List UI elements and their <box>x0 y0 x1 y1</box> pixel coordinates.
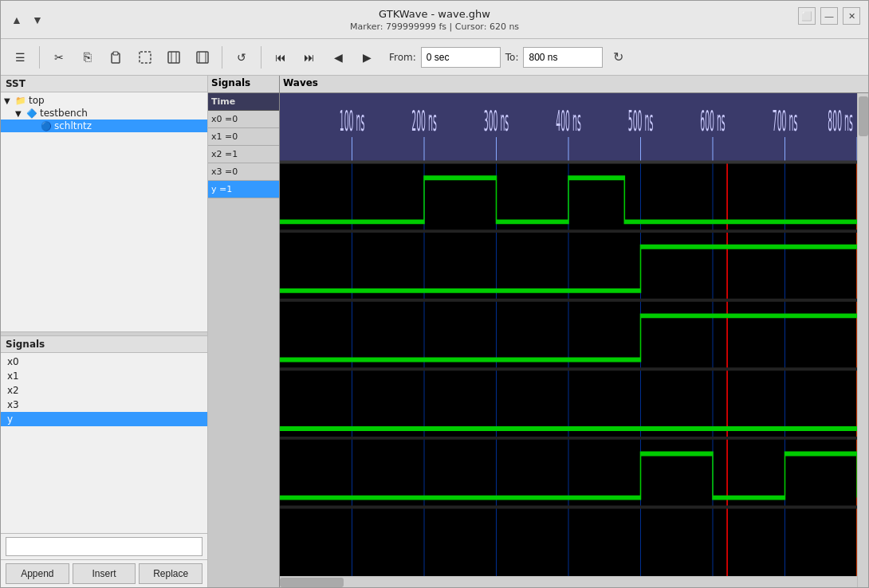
svg-rect-2 <box>140 52 151 63</box>
svg-text:600 ns: 600 ns <box>700 104 725 137</box>
sst-panel: SST ▼ 📁 top ▼ 🔷 testbench 🔵 <box>1 76 208 587</box>
bottom-buttons: Append Insert Replace <box>1 559 207 587</box>
x0-wave <box>280 178 857 221</box>
signal-item-y[interactable]: y <box>1 412 207 426</box>
signals-list[interactable]: x0 x1 x2 x3 y <box>1 353 207 533</box>
to-input[interactable] <box>523 47 603 68</box>
sep2 <box>222 46 222 69</box>
window-title: GTKWave - wave.ghw <box>379 8 490 20</box>
svg-text:200 ns: 200 ns <box>411 104 436 137</box>
signals-lower: Signals x0 x1 x2 x3 y Append Insert Repl… <box>1 336 207 587</box>
v-scrollbar[interactable] <box>857 93 868 587</box>
from-input[interactable] <box>421 47 501 68</box>
cut-btn[interactable]: ✂ <box>46 45 72 70</box>
zoom-fit-btn[interactable] <box>161 45 187 70</box>
waves-svg[interactable]: 100 ns 200 ns 300 ns 400 ns 500 ns 600 n… <box>280 93 857 576</box>
search-input[interactable] <box>6 537 203 556</box>
maximize-btn[interactable]: ⬜ <box>798 7 816 25</box>
nav-end-btn[interactable]: ⏭ <box>297 45 322 70</box>
tree-item-schltntz[interactable]: 🔵 schltntz <box>1 120 207 132</box>
hamburger-menu-btn[interactable]: ☰ <box>7 45 33 70</box>
tree-item-top[interactable]: ▼ 📁 top <box>1 94 207 107</box>
window-controls: ⬜ — ✕ <box>798 7 860 25</box>
signal-item-x0[interactable]: x0 <box>1 355 207 369</box>
zoom-custom-btn[interactable] <box>190 45 215 70</box>
nav-prev-btn[interactable]: ◀ <box>325 45 351 70</box>
signal-labels-col: Time x0 =0 x1 =0 x2 =1 x3 =0 y =1 <box>208 93 280 587</box>
nav-start-btn[interactable]: ⏮ <box>268 45 293 70</box>
wave-display-wrapper: 100 ns 200 ns 300 ns 400 ns 500 ns 600 n… <box>280 93 857 587</box>
close-btn[interactable]: ✕ <box>843 7 860 25</box>
refresh-btn[interactable]: ↻ <box>606 45 630 69</box>
search-bar <box>1 533 207 559</box>
signal-item-x2[interactable]: x2 <box>1 383 207 398</box>
tree-item-testbench[interactable]: ▼ 🔷 testbench <box>1 107 207 120</box>
x3-label[interactable]: x3 =0 <box>208 163 279 181</box>
append-btn[interactable]: Append <box>6 563 69 584</box>
replace-btn[interactable]: Replace <box>139 563 203 584</box>
tree-label-top: top <box>29 95 45 106</box>
h-scrollbar-thumb[interactable] <box>280 578 344 587</box>
signal-item-x1[interactable]: x1 <box>1 369 207 383</box>
waves-col-headers: Signals Waves <box>208 76 868 93</box>
svg-text:400 ns: 400 ns <box>556 104 580 137</box>
sst-header: SST <box>1 76 207 92</box>
module-icon-schltntz: 🔵 <box>41 121 52 131</box>
folder-icon-top: 📁 <box>15 96 26 106</box>
arrow-down-btn[interactable]: ▼ <box>28 10 47 29</box>
x0-label[interactable]: x0 =0 <box>208 111 279 128</box>
to-label: To: <box>505 52 519 63</box>
svg-rect-6 <box>197 52 208 63</box>
titlebar: ▲ ▼ GTKWave - wave.ghw Marker: 799999999… <box>1 1 868 39</box>
signal-item-x3[interactable]: x3 <box>1 398 207 412</box>
sep3 <box>261 46 261 69</box>
svg-text:800 ns: 800 ns <box>828 104 852 137</box>
svg-rect-1 <box>113 52 118 55</box>
copy-btn[interactable]: ⎘ <box>75 45 100 70</box>
tree-label-testbench: testbench <box>40 108 88 119</box>
waves-container: Signals Waves Time x0 =0 x1 =0 x2 =1 x3 … <box>208 76 868 587</box>
waves-col-header: Waves <box>280 76 868 92</box>
svg-text:300 ns: 300 ns <box>484 104 509 137</box>
svg-text:100 ns: 100 ns <box>340 104 364 137</box>
titlebar-arrows: ▲ ▼ <box>7 10 47 29</box>
from-to-controls: From: To: <box>389 47 603 68</box>
from-label: From: <box>389 52 416 63</box>
paste-btn[interactable] <box>104 45 129 70</box>
x2-label[interactable]: x2 =1 <box>208 146 279 163</box>
sst-tree[interactable]: ▼ 📁 top ▼ 🔷 testbench 🔵 schltntz <box>1 92 207 331</box>
v-scrollbar-thumb[interactable] <box>859 96 868 136</box>
tree-label-schltntz: schltntz <box>54 120 92 131</box>
arrow-up-btn[interactable]: ▲ <box>7 10 26 29</box>
nav-next-btn[interactable]: ▶ <box>354 45 379 70</box>
waves-body: Time x0 =0 x1 =0 x2 =1 x3 =0 y =1 <box>208 93 868 587</box>
toolbar: ☰ ✂ ⎘ ↺ ⏮ ⏭ ◀ ▶ From: To: ↻ <box>1 39 868 76</box>
window-subtitle: Marker: 799999999 fs | Cursor: 620 ns <box>350 22 519 32</box>
module-icon-testbench: 🔷 <box>26 108 37 119</box>
sep1 <box>39 46 40 69</box>
x1-label[interactable]: x1 =0 <box>208 128 279 146</box>
select-all-btn[interactable] <box>132 45 158 70</box>
time-row-label: Time <box>208 93 279 111</box>
insert-btn[interactable]: Insert <box>73 563 136 584</box>
h-scrollbar[interactable] <box>280 576 857 587</box>
signals-col-header: Signals <box>208 76 280 92</box>
main-window: ▲ ▼ GTKWave - wave.ghw Marker: 799999999… <box>0 0 869 588</box>
minimize-btn[interactable]: — <box>820 7 838 25</box>
y-label[interactable]: y =1 <box>208 181 279 198</box>
svg-rect-3 <box>168 52 179 63</box>
undo-btn[interactable]: ↺ <box>229 45 254 70</box>
tree-arrow-top: ▼ <box>4 96 15 105</box>
svg-text:700 ns: 700 ns <box>773 104 797 137</box>
svg-text:500 ns: 500 ns <box>628 104 653 137</box>
tree-arrow-testbench: ▼ <box>15 109 26 118</box>
main-area: SST ▼ 📁 top ▼ 🔷 testbench 🔵 <box>1 76 868 587</box>
signals-lower-header: Signals <box>1 336 207 353</box>
